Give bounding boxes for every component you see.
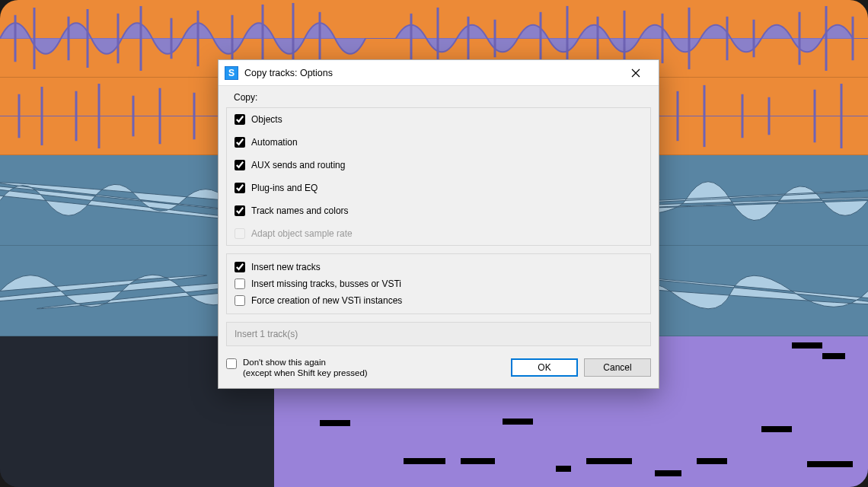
checkbox-label: Insert missing tracks, busses or VSTi bbox=[251, 279, 401, 289]
copy-section-label: Copy: bbox=[226, 89, 651, 107]
checkbox-label: Force creation of new VSTi instances bbox=[251, 295, 402, 306]
checkbox-label: Objects bbox=[251, 114, 282, 125]
checkbox-input[interactable] bbox=[235, 137, 245, 148]
copy-tracks-options-dialog: S Copy tracks: Options Copy: Objects Aut… bbox=[218, 59, 659, 389]
checkbox-dont-show-again[interactable]: Don't show this again (except when Shift… bbox=[226, 357, 368, 379]
checkbox-input[interactable] bbox=[235, 295, 245, 306]
checkbox-input[interactable] bbox=[226, 358, 237, 369]
checkbox-label: Plug-ins and EQ bbox=[251, 183, 318, 193]
cancel-button[interactable]: Cancel bbox=[584, 358, 651, 377]
app-icon: S bbox=[225, 66, 238, 80]
checkbox-label: Automation bbox=[251, 137, 298, 148]
checkbox-plugins-eq[interactable]: Plug-ins and EQ bbox=[227, 177, 650, 199]
checkbox-label: AUX sends and routing bbox=[251, 160, 345, 170]
checkbox-input[interactable] bbox=[235, 160, 245, 170]
checkbox-automation[interactable]: Automation bbox=[227, 131, 650, 154]
dont-show-line1: Don't show this again bbox=[243, 358, 326, 367]
checkbox-aux-sends[interactable]: AUX sends and routing bbox=[227, 154, 650, 177]
checkbox-input[interactable] bbox=[235, 114, 245, 125]
close-icon bbox=[631, 68, 640, 78]
checkbox-insert-new-tracks[interactable]: Insert new tracks bbox=[227, 259, 650, 275]
checkbox-track-names-colors[interactable]: Track names and colors bbox=[227, 199, 650, 222]
checkbox-force-vsti[interactable]: Force creation of new VSTi instances bbox=[227, 292, 650, 309]
checkbox-input[interactable] bbox=[235, 262, 245, 272]
titlebar[interactable]: S Copy tracks: Options bbox=[219, 60, 659, 86]
checkbox-label: Track names and colors bbox=[251, 205, 349, 216]
checkbox-label: Insert new tracks bbox=[251, 262, 321, 272]
insert-options-panel: Insert new tracks Insert missing tracks,… bbox=[226, 253, 651, 314]
checkbox-adapt-sample-rate: Adapt object sample rate bbox=[227, 222, 650, 245]
checkbox-input[interactable] bbox=[235, 205, 245, 216]
checkbox-objects[interactable]: Objects bbox=[227, 108, 650, 131]
checkbox-input[interactable] bbox=[235, 183, 245, 193]
copy-options-panel: Objects Automation AUX sends and routing… bbox=[226, 107, 651, 246]
checkbox-label: Adapt object sample rate bbox=[251, 228, 353, 239]
checkbox-insert-missing[interactable]: Insert missing tracks, busses or VSTi bbox=[227, 275, 650, 292]
ok-button[interactable]: OK bbox=[511, 358, 578, 377]
checkbox-input[interactable] bbox=[235, 279, 245, 289]
close-button[interactable] bbox=[619, 62, 653, 84]
status-text: Insert 1 track(s) bbox=[226, 322, 651, 346]
checkbox-input bbox=[235, 228, 245, 239]
dont-show-line2: (except when Shift key pressed) bbox=[243, 368, 368, 377]
dialog-title: Copy tracks: Options bbox=[244, 68, 619, 78]
